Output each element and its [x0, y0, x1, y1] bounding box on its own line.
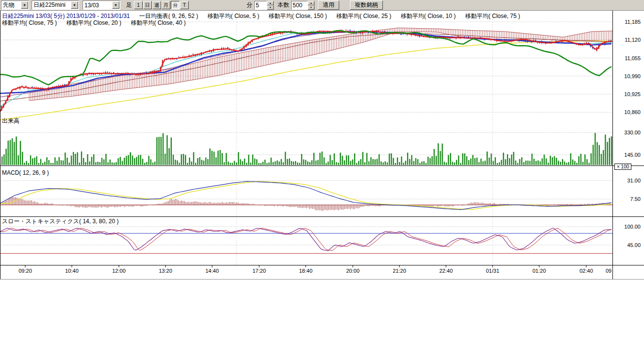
time-label: 14:40 [205, 268, 219, 274]
time-label: 01:20 [532, 268, 546, 274]
spinner-arrows: ▲ ▼ [267, 1, 274, 10]
price-tick: 10,925 [614, 91, 641, 97]
instrument-type-select[interactable]: 先物 ▼ [1, 0, 29, 10]
multi-symbol-button[interactable]: 複数銘柄 [350, 0, 383, 10]
spin-up-icon[interactable]: ▲ [308, 1, 314, 5]
contract-month-select[interactable]: 13/03 ▼ [83, 0, 120, 10]
time-label: 12:00 [112, 268, 126, 274]
minute-label: 分 [247, 1, 252, 9]
chevron-down-icon[interactable]: ▼ [112, 1, 119, 9]
bar-count-spinner: ▲ ▼ [291, 1, 314, 10]
price-panel[interactable] [0, 14, 612, 122]
volume-tick: 330.00 [614, 130, 641, 135]
volume-panel[interactable] [0, 124, 612, 165]
price-tick: 11,120 [614, 37, 641, 43]
period-button-1[interactable]: 1 [134, 1, 143, 9]
time-label: 22:40 [439, 268, 453, 274]
time-label: 17:20 [252, 268, 266, 274]
toolbar: 先物 ▼ 日経225mini ▼ 13/03 ▼ 足 1 日 週 月 分 T 分… [0, 0, 644, 11]
spin-down-icon[interactable]: ▼ [267, 5, 274, 10]
time-label: 13:20 [159, 268, 172, 274]
time-label: 21:20 [393, 268, 406, 274]
stoch-tick: 100.00 [614, 224, 641, 230]
volume-multiplier-badge: × 100 [614, 164, 631, 170]
time-label: 02:40 [579, 268, 593, 274]
instrument-select[interactable]: 日経225mini ▼ [32, 0, 79, 10]
minute-count-input[interactable] [254, 1, 267, 10]
period-button-tick[interactable]: T [180, 1, 189, 9]
bar-type-label: 足 [126, 1, 132, 9]
time-label: 18:40 [299, 268, 313, 274]
minute-count-spinner: ▲ ▼ [254, 1, 274, 10]
price-tick: 11,185 [614, 19, 641, 25]
price-tick: 10,990 [614, 73, 641, 79]
bar-count-input[interactable] [291, 1, 308, 10]
period-button-day[interactable]: 日 [143, 1, 152, 9]
macd-panel[interactable] [0, 168, 612, 216]
period-button-week[interactable]: 週 [152, 1, 161, 9]
period-button-month[interactable]: 月 [162, 1, 170, 9]
chevron-down-icon[interactable]: ▼ [21, 1, 28, 9]
stochastics-panel[interactable] [0, 217, 612, 265]
period-button-minute[interactable]: 分 [171, 1, 180, 9]
bar-count-label: 本数 [278, 1, 289, 9]
macd-tick: 31.00 [614, 178, 641, 183]
macd-tick: 7.50 [614, 196, 641, 202]
time-label: 09:20 [18, 268, 32, 274]
time-label: 09 [606, 268, 611, 274]
time-label: 20:00 [346, 268, 360, 274]
instrument-value: 日経225mini [32, 1, 71, 9]
price-tick: 10,860 [614, 109, 641, 115]
apply-button[interactable]: 適用 [318, 0, 339, 10]
instrument-type-value: 先物 [1, 1, 21, 9]
contract-month-value: 13/03 [83, 2, 112, 9]
time-label: 01/31 [486, 268, 499, 274]
stoch-tick: 45.00 [614, 242, 641, 248]
spinner-arrows: ▲ ▼ [308, 1, 314, 10]
time-label: 10:40 [65, 268, 79, 274]
spin-up-icon[interactable]: ▲ [267, 1, 274, 5]
volume-tick: 145.00 [614, 152, 641, 158]
chevron-down-icon[interactable]: ▼ [71, 1, 78, 9]
price-tick: 11,055 [614, 55, 641, 61]
spin-down-icon[interactable]: ▼ [308, 5, 314, 10]
trading-chart-window: 先物 ▼ 日経225mini ▼ 13/03 ▼ 足 1 日 週 月 分 T 分… [0, 0, 644, 363]
